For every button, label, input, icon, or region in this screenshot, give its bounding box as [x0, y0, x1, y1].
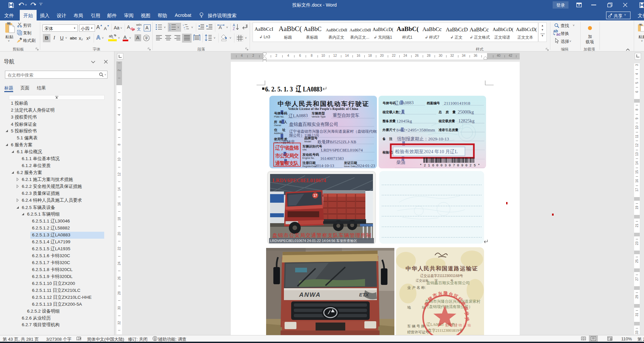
svg-text:ANWA: ANWA: [299, 291, 321, 298]
svg-text:盘锦市公安局交通警察支队车辆管理所制: 盘锦市公安局交通警察支队车辆管理所制: [272, 232, 371, 238]
svg-text:经营许可证号:: 经营许可证号:: [407, 330, 430, 334]
svg-text:VIN: VIN: [302, 148, 307, 151]
svg-text:所 有 人: 所 有 人: [274, 120, 287, 124]
svg-text:6. 2. 5. 1. 3: 6. 2. 5. 1. 3: [265, 85, 293, 93]
svg-text:12045kg: 12045kg: [396, 119, 412, 123]
svg-text:16140071583: 16140071583: [320, 156, 344, 161]
svg-text:辽LA0883: 辽LA0883: [289, 113, 308, 119]
svg-text:地 址:: 地 址:: [407, 305, 426, 309]
svg-text:211100141918: 211100141918: [444, 101, 470, 106]
svg-text:* 2 1 6 0 0 3 0 7 0 9 0 2 5 *: * 2 1 6 0 0 3 0 7 0 9 0 2 5 *: [420, 163, 480, 167]
svg-text:强制报废期止：2029-10-13: 强制报废期止：2029-10-13: [397, 136, 449, 141]
svg-text:盘锦市兴隆台区兴海街道裴家村: 盘锦市兴隆台区兴海街道裴家村: [425, 299, 480, 304]
svg-text:普 通 货 物 运 输: 普 通 货 物 运 输: [445, 323, 471, 327]
svg-text:1: 1: [169, 24, 170, 26]
svg-text:i: i: [185, 28, 185, 30]
svg-text:隆: 隆: [444, 291, 448, 295]
svg-text:Address: Address: [274, 132, 283, 135]
svg-text:号牌号码: 号牌号码: [382, 101, 396, 105]
svg-text:2人: 2人: [398, 110, 405, 115]
svg-text:Plate No.: Plate No.: [274, 115, 284, 118]
svg-text:LRDV6PEC8EL010674: LRDV6PEC8EL010674: [272, 178, 326, 183]
svg-text:盘字211123001819号: 盘字211123001819号: [428, 328, 463, 333]
svg-text:外廓尺寸: 外廓尺寸: [382, 128, 396, 132]
svg-text:柴油: 柴油: [396, 160, 405, 165]
svg-text:核定载人数: 核定载人数: [382, 110, 399, 114]
svg-text:限公司）11栋13号: 限公司）11栋13号: [289, 133, 320, 137]
svg-text:2014-10-13: 2014-10-13: [315, 163, 334, 168]
svg-text:Model: Model: [304, 140, 311, 143]
svg-text:A: A: [233, 23, 235, 27]
svg-text:兴: 兴: [437, 291, 443, 296]
svg-text:2: 2: [169, 26, 170, 28]
svg-text:2024-01-23: 2024-01-23: [356, 163, 375, 168]
svg-text:中华人民共和国道路运输证: 中华人民共和国道路运输证: [406, 265, 478, 272]
svg-text:欧曼牌BJ5252ZLJ-XB: 欧曼牌BJ5252ZLJ-XB: [318, 140, 356, 144]
svg-text:1: 1: [183, 24, 184, 26]
svg-text:备 注: 备 注: [382, 137, 392, 141]
svg-text:Owner: Owner: [274, 124, 282, 127]
svg-text:Vehicle License of the People': Vehicle License of the People's Republic…: [288, 107, 358, 111]
svg-text:准牵引总质量: 准牵引总质量: [439, 128, 458, 132]
svg-text:住 址: 住 址: [274, 128, 286, 132]
svg-text:核定载质量: 核定载质量: [438, 119, 455, 123]
svg-text:发动机号码: 发动机号码: [302, 153, 319, 156]
svg-text:车辆类型: 车辆类型: [312, 112, 325, 115]
svg-text:盘锦鑫百顺实业有限公司: 盘锦鑫百顺实业有限公司: [289, 122, 338, 127]
svg-text:车辆识别代号: 车辆识别代号: [302, 145, 322, 148]
svg-text:市公安局交: 市公安局交: [275, 153, 299, 158]
svg-text:营转非: 营转非: [283, 140, 295, 144]
svg-text:LRDV6PEC8EL010674: LRDV6PEC8EL010674: [321, 148, 363, 153]
svg-text:整备质量: 整备质量: [382, 119, 396, 123]
svg-text:发证日期: 发证日期: [344, 161, 357, 165]
svg-text:LRDV6PEC8EL010674 24-01-22 14:: LRDV6PEC8EL010674 24-01-22 14:04:56 车管所查…: [270, 239, 357, 243]
svg-text:Engine No.: Engine No.: [302, 156, 315, 159]
svg-text:车 辆 号 牌:: 车 辆 号 牌:: [407, 324, 426, 328]
svg-text:Vehicle Type: Vehicle Type: [312, 115, 325, 118]
svg-text:12825kg: 12825kg: [458, 119, 475, 123]
svg-text:检验有效期至2024 年10 月辽L: 检验有效期至2024 年10 月辽L: [395, 149, 458, 154]
svg-text:a: a: [184, 26, 185, 28]
svg-text:辽 LA0883: 辽 LA0883: [295, 85, 322, 93]
svg-text:通警察支队: 通警察支队: [275, 160, 299, 166]
svg-text:辽交运盘字211123001168号: 辽交运盘字211123001168号: [420, 274, 463, 278]
svg-text:字: 字: [145, 36, 148, 40]
svg-text:17: 17: [313, 194, 317, 197]
svg-text:注册日期: 注册日期: [302, 161, 316, 165]
svg-text:辽宁省盘锦: 辽宁省盘锦: [275, 145, 299, 151]
svg-text:档案编号: 档案编号: [426, 101, 440, 105]
svg-text:25000kg: 25000kg: [458, 110, 474, 115]
svg-text:总 质 量: 总 质 量: [438, 110, 456, 114]
svg-text:重型自卸货车: 重型自卸货车: [333, 113, 359, 118]
svg-text:3: 3: [169, 28, 170, 30]
svg-text:号牌号码: 号牌号码: [274, 112, 287, 115]
svg-text:8462×2495×3580mm: 8462×2495×3580mm: [396, 127, 435, 132]
svg-text:辽LA0883: 辽LA0883: [394, 100, 414, 106]
svg-text:辽宁省盘锦市兴隆台区兴海街道裴家村（盘锦现代物流有: 辽宁省盘锦市兴隆台区兴海街道裴家村（盘锦现代物流有: [289, 129, 377, 133]
svg-text:业 户 名 称:: 业 户 名 称:: [407, 286, 426, 290]
svg-text:盘锦鑫百顺实业有限公司: 盘锦鑫百顺实业有限公司: [426, 281, 470, 285]
svg-text:Issue Date: Issue Date: [344, 165, 356, 168]
svg-text:Z: Z: [233, 27, 235, 31]
